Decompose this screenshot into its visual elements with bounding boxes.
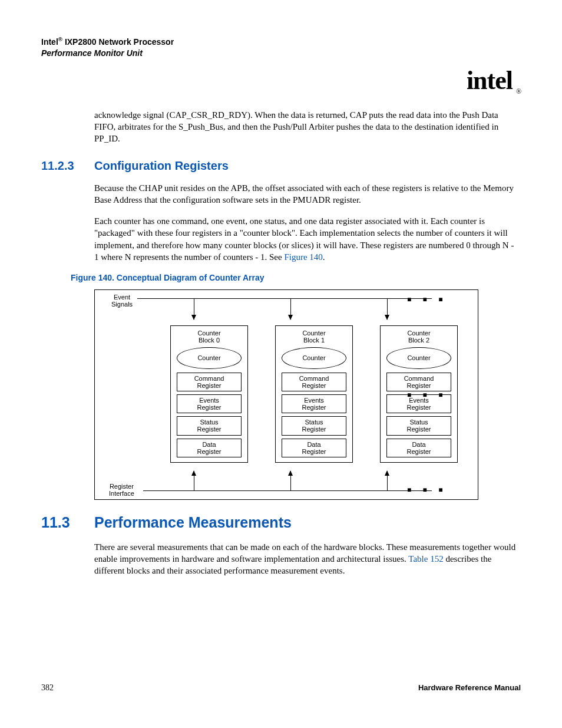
- data-register: DataRegister: [177, 439, 242, 457]
- page-header: Intel® IXP2800 Network Processor Perform…: [41, 35, 521, 58]
- counter-oval: Counter: [282, 347, 346, 369]
- logo-registered-icon: ®: [516, 87, 521, 96]
- events-register: EventsRegister: [177, 394, 242, 413]
- header-product-name: IXP2800 Network Processor: [62, 37, 174, 47]
- register-interface-label: Register Interface: [109, 483, 134, 497]
- counter-block-1: CounterBlock 1 Counter CommandRegister E…: [275, 325, 353, 463]
- event-signals-label: Event Signals: [111, 294, 133, 308]
- status-register: StatusRegister: [177, 416, 242, 435]
- header-brand: Intel: [41, 37, 58, 47]
- intel-logo: intel ®: [467, 63, 521, 98]
- ellipsis-mid-icon: ■ ■ ■: [407, 390, 447, 400]
- config-para-1: Because the CHAP unit resides on the APB…: [94, 182, 518, 206]
- section-11-2-3-heading: 11.2.3 Configuration Registers: [41, 158, 521, 174]
- logo-row: intel ®: [41, 63, 521, 98]
- event-bus-line: [137, 298, 432, 299]
- section-title: Configuration Registers: [94, 158, 229, 174]
- perf-para: There are several measurements that can …: [94, 541, 518, 577]
- para2-post: .: [323, 252, 325, 262]
- counter-oval: Counter: [386, 347, 451, 369]
- register-bus-line: [143, 490, 432, 491]
- arrow-up-icon: [194, 471, 194, 491]
- command-register: CommandRegister: [177, 373, 242, 391]
- page-footer: 382 Hardware Reference Manual: [41, 683, 521, 694]
- registered-mark: ®: [58, 36, 62, 42]
- events-register: EventsRegister: [282, 394, 346, 413]
- logo-text: intel: [467, 66, 513, 95]
- counter-block-0: CounterBlock 0 Counter CommandRegister E…: [170, 325, 248, 463]
- table-152-link[interactable]: Table 152: [408, 554, 443, 564]
- section-number: 11.2.3: [41, 158, 77, 174]
- command-register: CommandRegister: [386, 373, 451, 391]
- page-number: 382: [41, 683, 54, 694]
- status-register: StatusRegister: [386, 416, 451, 435]
- section-number: 11.3: [41, 513, 77, 533]
- intro-paragraph: acknowledge signal (CAP_CSR_RD_RDY). Whe…: [94, 109, 518, 145]
- config-para-2: Each counter has one command, one event,…: [94, 215, 518, 263]
- header-product: Intel® IXP2800 Network Processor: [41, 35, 521, 48]
- data-register: DataRegister: [386, 439, 451, 457]
- figure-caption: Figure 140. Conceptual Diagram of Counte…: [71, 272, 521, 284]
- arrow-down-icon: [290, 298, 291, 319]
- ellipsis-top-icon: ■ ■ ■: [407, 295, 447, 304]
- arrow-down-icon: [194, 298, 194, 319]
- ellipsis-bottom-icon: ■ ■ ■: [407, 485, 447, 495]
- arrow-up-icon: [387, 471, 388, 491]
- arrow-up-icon: [290, 471, 291, 491]
- data-register: DataRegister: [282, 439, 346, 457]
- figure-140-link[interactable]: Figure 140: [284, 252, 322, 262]
- status-register: StatusRegister: [282, 416, 346, 435]
- section-11-3-heading: 11.3 Performance Measurements: [41, 513, 521, 533]
- header-subtitle: Performance Monitor Unit: [41, 48, 521, 59]
- command-register: CommandRegister: [282, 373, 346, 391]
- counter-oval: Counter: [177, 347, 242, 369]
- arrow-down-icon: [387, 298, 388, 319]
- counter-array-diagram: Event Signals ■ ■ ■ CounterBlock 0 Count…: [94, 289, 478, 500]
- doc-title: Hardware Reference Manual: [418, 683, 521, 694]
- section-title: Performance Measurements: [94, 513, 292, 533]
